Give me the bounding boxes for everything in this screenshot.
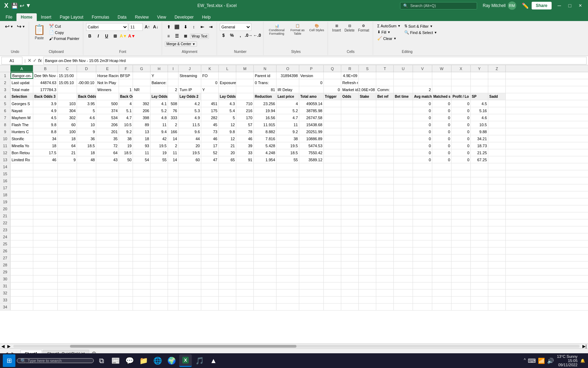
cell[interactable]: Reduction	[254, 93, 276, 100]
cell[interactable]: 9.4	[150, 128, 168, 135]
cell[interactable]	[299, 275, 324, 282]
cell[interactable]	[324, 275, 341, 282]
cell[interactable]	[119, 212, 133, 219]
cell[interactable]: 206	[96, 121, 119, 128]
cell[interactable]: 9	[77, 128, 96, 135]
cell[interactable]	[33, 212, 58, 219]
cell[interactable]	[219, 282, 236, 289]
cell[interactable]: 1.954	[254, 156, 276, 163]
cell[interactable]	[96, 93, 119, 100]
cell[interactable]	[394, 135, 413, 142]
cell[interactable]	[488, 268, 506, 275]
cell[interactable]	[376, 121, 394, 128]
cell[interactable]	[236, 79, 254, 86]
cell[interactable]	[376, 177, 394, 184]
cell[interactable]	[254, 254, 276, 261]
cell[interactable]	[236, 275, 254, 282]
cell[interactable]	[341, 289, 359, 296]
cell[interactable]: 3.9	[33, 100, 58, 107]
cell[interactable]: Back Odds 1	[119, 93, 133, 100]
cell[interactable]: 10.5	[471, 121, 488, 128]
cell[interactable]: 10	[77, 121, 96, 128]
row-number[interactable]: 13	[0, 156, 10, 163]
cell[interactable]	[432, 282, 451, 289]
cell[interactable]	[133, 282, 150, 289]
cell[interactable]	[58, 275, 77, 282]
cell[interactable]: 302	[58, 114, 77, 121]
cell[interactable]	[77, 177, 96, 184]
cell[interactable]: 45	[201, 121, 219, 128]
cell[interactable]	[413, 191, 432, 198]
cell[interactable]	[341, 275, 359, 282]
cell[interactable]: Avg match	[413, 93, 432, 100]
cell[interactable]	[324, 205, 341, 212]
cell[interactable]: Comm:	[376, 86, 394, 93]
cell[interactable]	[471, 261, 488, 268]
cell[interactable]	[201, 163, 219, 170]
cell[interactable]	[488, 128, 506, 135]
cell[interactable]	[324, 212, 341, 219]
cell[interactable]: Parent id	[254, 72, 276, 79]
cell[interactable]: 5.3	[178, 107, 201, 114]
cell[interactable]	[432, 191, 451, 198]
cell[interactable]	[178, 247, 201, 254]
font-color-button[interactable]: A▼	[128, 32, 136, 40]
cell[interactable]	[119, 177, 133, 184]
cell[interactable]	[10, 254, 33, 261]
cell[interactable]	[471, 219, 488, 226]
cell[interactable]	[432, 233, 451, 240]
cell[interactable]	[178, 198, 201, 205]
cell[interactable]	[133, 212, 150, 219]
file-explorer-icon[interactable]: 📁	[137, 354, 150, 367]
redo-button[interactable]: ↪ ▼	[15, 23, 27, 30]
cell[interactable]	[488, 100, 506, 107]
cell[interactable]	[471, 72, 488, 79]
cell[interactable]	[394, 79, 413, 86]
cell[interactable]	[471, 212, 488, 219]
cancel-formula-icon[interactable]: ✕	[28, 58, 31, 63]
cell[interactable]	[341, 198, 359, 205]
cell[interactable]	[178, 205, 201, 212]
cell[interactable]	[236, 289, 254, 296]
cell[interactable]	[33, 191, 58, 198]
cell[interactable]	[413, 163, 432, 170]
cell[interactable]: SP	[471, 93, 488, 100]
cell[interactable]	[413, 79, 432, 86]
cell[interactable]	[324, 156, 341, 163]
cell[interactable]	[341, 177, 359, 184]
cell[interactable]: 26747.58	[299, 114, 324, 121]
cell[interactable]: 31894398	[276, 72, 299, 79]
cell[interactable]	[471, 247, 488, 254]
cell[interactable]	[341, 163, 359, 170]
decimal-decrease-button[interactable]: ←.0	[253, 32, 261, 39]
cell[interactable]	[133, 72, 150, 79]
cell[interactable]	[178, 233, 201, 240]
cell[interactable]	[219, 212, 236, 219]
cell[interactable]	[451, 212, 471, 219]
cell[interactable]	[394, 184, 413, 191]
cell[interactable]	[432, 198, 451, 205]
cell[interactable]	[77, 275, 96, 282]
col-header-Z[interactable]: Z	[488, 65, 506, 72]
currency-button[interactable]: $	[220, 32, 227, 39]
cell[interactable]	[10, 184, 33, 191]
keyboard-icon[interactable]: ⌨	[528, 357, 536, 364]
cell[interactable]: 47	[201, 156, 219, 163]
cell[interactable]: Flash The	[10, 121, 33, 128]
cell[interactable]	[432, 205, 451, 212]
row-number[interactable]: 22	[0, 219, 10, 226]
cell[interactable]: 0	[413, 107, 432, 114]
col-header-C[interactable]: C	[58, 65, 77, 72]
cell[interactable]	[413, 275, 432, 282]
cell[interactable]	[201, 191, 219, 198]
cell[interactable]	[394, 268, 413, 275]
cell[interactable]	[10, 282, 33, 289]
cut-button[interactable]: ✂️ Cut	[48, 23, 81, 29]
cell[interactable]	[299, 191, 324, 198]
tab-view[interactable]: View	[153, 13, 170, 21]
cell[interactable]	[341, 205, 359, 212]
cell[interactable]: 20251.99	[299, 128, 324, 135]
row-number[interactable]: 34	[0, 304, 10, 310]
cell[interactable]	[324, 100, 341, 107]
cell[interactable]	[432, 247, 451, 254]
